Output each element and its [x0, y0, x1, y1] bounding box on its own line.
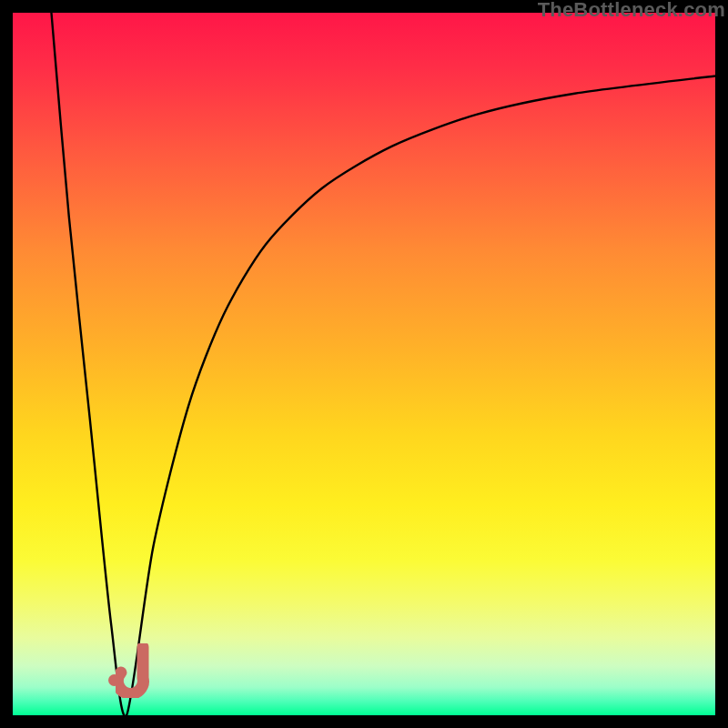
background-gradient	[13, 13, 715, 715]
attribution-label: TheBottleneck.com	[538, 0, 725, 22]
plot-area	[13, 13, 715, 715]
chart-frame	[13, 13, 715, 715]
